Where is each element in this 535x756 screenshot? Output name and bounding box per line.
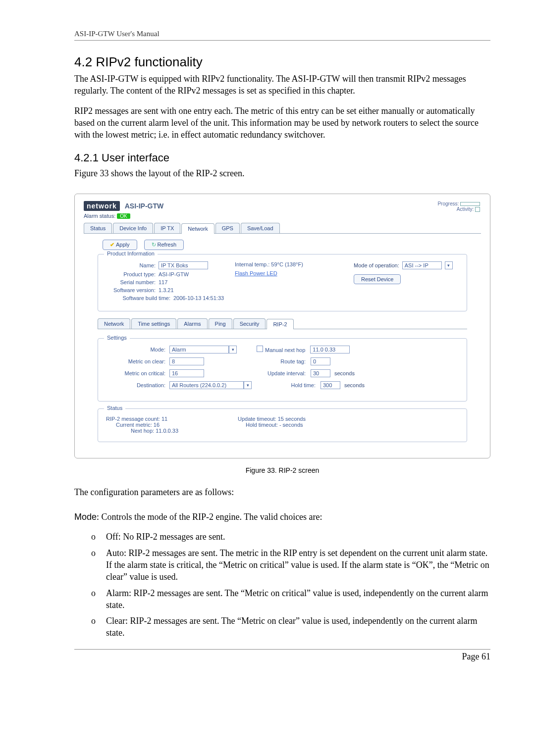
rip2-screenshot: Progress: Activity: network ASI-IP-GTW A… [74,194,490,458]
running-header: ASI-IP-GTW User's Manual [74,30,490,41]
tab-inner-network[interactable]: Network [98,318,130,329]
mode-select[interactable]: Alarm [169,346,229,353]
status-fieldset: Status RIP-2 message count: 11 Current m… [98,408,467,442]
status-msg-count: RIP-2 message count: 11 [106,416,178,422]
mode-param-line: Mode: Controls the mode of the RIP-2 eng… [74,511,490,523]
chevron-down-icon[interactable]: ▾ [445,261,453,269]
tab-save-load[interactable]: Save/Load [241,223,280,233]
tab-ip-tx[interactable]: IP TX [154,223,180,233]
pi-ptype-value: ASI-IP-GTW [159,271,189,277]
logo-word: network [84,201,120,211]
metric-critical-input[interactable]: 16 [169,369,204,377]
tab-status[interactable]: Status [84,223,112,233]
tab-inner-security[interactable]: Security [233,318,266,329]
paragraph-rip2: RIP2 messages are sent with one entry ea… [74,105,490,141]
manual-next-hop-checkbox[interactable] [257,346,263,352]
pi-name-label: Name: [106,262,159,268]
progress-bar [460,202,480,206]
status-current-metric: Current metric: 16 [106,422,178,428]
chevron-down-icon[interactable]: ▾ [229,346,237,353]
update-interval-input[interactable]: 30 [311,369,330,377]
pi-build-label: Software build time: [106,295,173,301]
flash-power-led-link[interactable]: Flash Power LED [235,270,344,276]
status-legend: Status [104,405,125,411]
bullet-clear: Clear: RIP-2 messages are sent. The “Met… [106,615,490,639]
main-tabstrip: Status Device Info IP TX Network GPS Sav… [84,223,481,234]
pi-serial-value: 117 [159,279,167,285]
bullet-off: Off: No RIP-2 messages are sent. [106,531,225,543]
destination-label: Destination: [106,382,169,388]
paragraph-config-intro: The configuration parameters are as foll… [74,486,490,498]
product-info-legend: Product Information [104,251,158,256]
check-icon: ✔ [110,242,114,248]
logo-model: ASI-IP-GTW [125,202,164,210]
tab-inner-ping[interactable]: Ping [209,318,232,329]
section-number: 4.2 [74,54,92,69]
figure-caption: Figure 33. RIP-2 screen [74,466,490,474]
mode-of-operation-label: Mode of operation: [354,262,399,268]
mode-param-label: Mode [74,512,97,522]
manual-next-hop-input[interactable]: 11.0 0.33 [310,346,350,353]
mode-options-list: oOff: No RIP-2 messages are sent. oAuto:… [91,531,490,639]
route-tag-input[interactable]: 0 [311,357,330,365]
pi-name-input[interactable]: IP TX Boks [159,261,208,269]
alarm-status-value: OK [117,213,130,219]
moo-value: ASI --> IP [405,262,428,268]
internal-temp: Internal temp.: 59°C (138°F) [235,261,344,267]
list-item: oClear: RIP-2 messages are sent. The “Me… [91,615,490,639]
settings-fieldset: Settings Mode: Alarm ▾ Manual next hop 1… [98,338,467,402]
bullet-auto: Auto: RIP-2 messages are sent. The metri… [106,547,490,583]
apply-button[interactable]: ✔Apply [103,240,137,250]
list-item: oAuto: RIP-2 messages are sent. The metr… [91,547,490,583]
refresh-button[interactable]: ↻Refresh [144,240,184,250]
product-info-fieldset: Product Information Name:IP TX Boks Prod… [98,254,467,311]
pi-build-value: 2006-10-13 14:51:33 [173,295,224,301]
refresh-label: Refresh [158,242,177,248]
status-corner: Progress: Activity: [437,201,480,212]
pi-swver-label: Software version: [106,287,159,293]
update-interval-label: Update interval: [259,370,306,376]
tab-inner-alarms[interactable]: Alarms [177,318,207,329]
mode-label: Mode: [106,347,169,353]
section-heading: RIPv2 functionality [96,54,202,69]
page-number: Page 61 [462,652,491,661]
pi-serial-label: Serial number: [106,279,159,285]
inner-tabstrip: Network Time settings Alarms Ping Securi… [98,318,467,329]
status-next-hop: Next hop: 11.0.0.33 [106,428,178,434]
status-hold-timeout: Hold timeout: - seconds [238,422,306,428]
list-item: oOff: No RIP-2 messages are sent. [91,531,490,543]
destination-value: All Routers (224.0.0.2) [172,382,226,388]
route-tag-label: Route tag: [259,358,306,364]
tab-network[interactable]: Network [181,223,214,234]
seconds-label-2: seconds [344,382,365,388]
alarm-status-label: Alarm status: [84,213,115,219]
activity-led [475,207,480,212]
pi-swver-value: 1.3.21 [159,287,174,293]
reset-device-button[interactable]: Reset Device [354,274,401,284]
seconds-label: seconds [334,370,355,376]
tab-inner-rip2[interactable]: RIP-2 [267,319,293,329]
hold-time-input[interactable]: 300 [321,381,340,389]
tab-gps[interactable]: GPS [215,223,240,233]
activity-label: Activity: [457,206,474,212]
pi-ptype-label: Product type: [106,271,159,277]
manual-next-hop-label: Manual next hop [265,347,305,353]
tab-inner-time[interactable]: Time settings [131,318,176,329]
settings-legend: Settings [104,335,130,341]
refresh-icon: ↻ [152,242,156,248]
subsection-title: 4.2.1 User interface [74,151,490,164]
list-item: oAlarm: RIP-2 messages are sent. The “Me… [91,587,490,611]
paragraph-intro: The ASI-IP-GTW is equipped with RIPv2 fu… [74,73,490,97]
chevron-down-icon[interactable]: ▾ [244,381,252,389]
mode-value: Alarm [172,347,186,353]
metric-clear-label: Metric on clear: [106,358,169,364]
page-footer: Page 61 [74,649,490,662]
metric-clear-input[interactable]: 8 [169,357,204,365]
status-update-timeout: Update timeout: 15 seconds [238,416,306,422]
mode-of-operation-select[interactable]: ASI --> IP [402,261,442,269]
mode-param-text: : Controls the mode of the RIP-2 engine.… [97,512,322,522]
hold-time-label: Hold time: [268,382,316,388]
apply-label: Apply [116,242,130,248]
destination-select[interactable]: All Routers (224.0.0.2) [169,381,244,389]
tab-device-info[interactable]: Device Info [113,223,153,233]
